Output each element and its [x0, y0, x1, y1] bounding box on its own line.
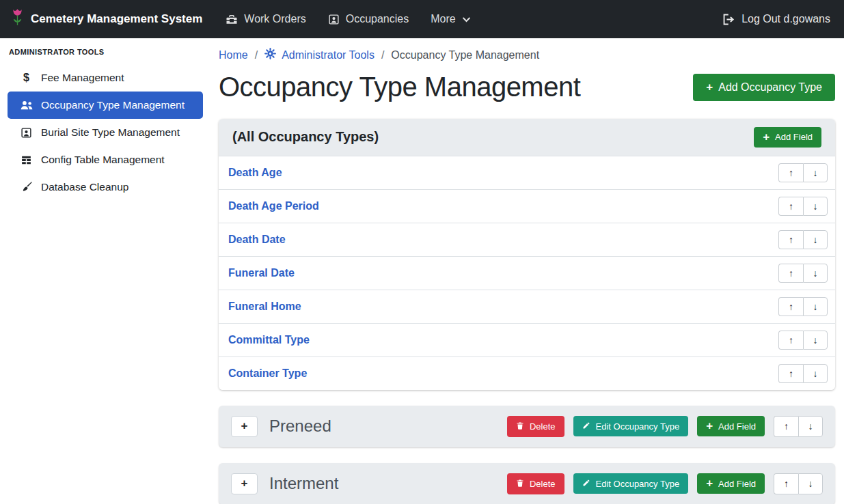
main-content: Home / Administrator Tools / Occupancy T…: [210, 38, 844, 504]
sidebar-item-label: Fee Management: [41, 72, 124, 84]
card-title: (All Occupancy Types): [232, 129, 379, 145]
field-link[interactable]: Committal Type: [228, 334, 310, 346]
reorder-controls: ↑ ↓: [778, 331, 828, 350]
gear-icon: [264, 48, 276, 62]
up-arrow-icon: ↑: [784, 421, 789, 432]
add-occupancy-type-button[interactable]: + Add Occupancy Type: [693, 74, 835, 101]
nav-more-label: More: [431, 13, 455, 25]
broom-icon: [19, 181, 33, 193]
sidebar-item-occupancy-type-management[interactable]: Occupancy Type Management: [8, 92, 203, 119]
reorder-controls: ↑ ↓: [778, 264, 828, 283]
sidebar-item-label: Database Cleanup: [41, 181, 128, 193]
move-down-button[interactable]: ↓: [798, 473, 823, 494]
sidebar-item-config-table-management[interactable]: Config Table Management: [8, 146, 203, 173]
up-arrow-icon: ↑: [784, 478, 789, 489]
move-up-button[interactable]: ↑: [778, 163, 803, 182]
breadcrumb-separator: /: [255, 49, 258, 61]
move-down-button[interactable]: ↓: [803, 331, 828, 350]
up-arrow-icon: ↑: [789, 201, 793, 212]
field-row: Container Type ↑ ↓: [219, 356, 835, 390]
occupancy-type-section-interment: + Interment Delete Edit Occupancy Type +…: [219, 463, 835, 504]
expand-button[interactable]: +: [231, 473, 258, 494]
delete-label: Delete: [530, 422, 556, 431]
app-brand[interactable]: Cemetery Management System: [11, 8, 202, 30]
plus-icon: +: [241, 477, 248, 490]
down-arrow-icon: ↓: [813, 335, 818, 346]
field-row: Funeral Home ↑ ↓: [219, 290, 835, 323]
edit-label: Edit Occupancy Type: [596, 479, 680, 488]
nav-occupancies-label: Occupancies: [346, 13, 409, 25]
field-link[interactable]: Death Age: [228, 167, 282, 179]
down-arrow-icon: ↓: [813, 268, 818, 279]
plus-icon: +: [763, 132, 770, 142]
field-link[interactable]: Death Age Period: [228, 200, 319, 212]
app-title: Cemetery Management System: [31, 12, 202, 26]
move-down-button[interactable]: ↓: [803, 297, 828, 316]
pencil-icon: [582, 479, 590, 488]
person-booth-icon: [328, 14, 340, 25]
admin-tools-sidebar: ADMINISTRATOR TOOLS $ Fee Management Occ…: [0, 38, 210, 504]
trash-icon: [516, 421, 524, 432]
sidebar-item-database-cleanup[interactable]: Database Cleanup: [8, 173, 203, 201]
plus-icon: +: [706, 421, 713, 431]
chevron-down-icon: [462, 15, 471, 24]
logout-link[interactable]: Log Out d.gowans: [722, 13, 830, 25]
field-link[interactable]: Death Date: [228, 234, 286, 246]
field-row: Death Date ↑ ↓: [219, 223, 835, 256]
move-up-button[interactable]: ↑: [774, 473, 798, 494]
move-up-button[interactable]: ↑: [778, 264, 803, 283]
nav-occupancies[interactable]: Occupancies: [328, 13, 409, 25]
move-up-button[interactable]: ↑: [778, 297, 803, 316]
section-title: Preneed: [269, 417, 331, 436]
move-down-button[interactable]: ↓: [803, 364, 828, 383]
breadcrumb-admin-tools-link[interactable]: Administrator Tools: [264, 48, 375, 62]
reorder-controls: ↑ ↓: [774, 416, 823, 437]
sidebar-item-fee-management[interactable]: $ Fee Management: [8, 64, 203, 92]
move-down-button[interactable]: ↓: [803, 230, 828, 249]
reorder-controls: ↑ ↓: [778, 364, 828, 383]
down-arrow-icon: ↓: [813, 167, 818, 178]
page-title: Occupancy Type Management: [219, 72, 580, 102]
plus-icon: +: [706, 479, 713, 488]
move-up-button[interactable]: ↑: [778, 230, 803, 249]
nav-work-orders-label: Work Orders: [244, 13, 305, 25]
nav-more[interactable]: More: [431, 13, 470, 25]
pencil-icon: [582, 421, 590, 431]
breadcrumb-home-link[interactable]: Home: [219, 49, 248, 61]
nav-work-orders[interactable]: Work Orders: [226, 13, 305, 25]
occupancy-type-section-preneed: + Preneed Delete Edit Occupancy Type + A…: [219, 406, 835, 447]
edit-occupancy-type-button[interactable]: Edit Occupancy Type: [573, 473, 689, 494]
add-occupancy-type-label: Add Occupancy Type: [718, 82, 822, 93]
up-arrow-icon: ↑: [789, 234, 793, 245]
move-up-button[interactable]: ↑: [778, 331, 803, 350]
up-arrow-icon: ↑: [789, 167, 793, 178]
move-down-button[interactable]: ↓: [803, 163, 828, 182]
field-link[interactable]: Funeral Home: [228, 300, 301, 313]
delete-label: Delete: [530, 479, 556, 488]
add-field-button[interactable]: + Add Field: [697, 416, 765, 436]
move-up-button[interactable]: ↑: [774, 416, 798, 437]
breadcrumb-separator: /: [381, 49, 384, 61]
expand-button[interactable]: +: [231, 416, 258, 437]
delete-button[interactable]: Delete: [507, 473, 564, 494]
move-down-button[interactable]: ↓: [803, 197, 828, 216]
add-field-button[interactable]: + Add Field: [754, 127, 821, 148]
field-link[interactable]: Funeral Date: [228, 267, 295, 279]
delete-button[interactable]: Delete: [507, 416, 564, 437]
reorder-controls: ↑ ↓: [774, 473, 823, 494]
sidebar-item-burial-site-type-management[interactable]: Burial Site Type Management: [8, 119, 203, 146]
move-up-button[interactable]: ↑: [778, 364, 803, 383]
add-field-button[interactable]: + Add Field: [697, 473, 765, 494]
edit-occupancy-type-button[interactable]: Edit Occupancy Type: [573, 416, 689, 436]
down-arrow-icon: ↓: [813, 301, 818, 312]
move-down-button[interactable]: ↓: [798, 416, 823, 437]
reorder-controls: ↑ ↓: [778, 163, 828, 182]
field-link[interactable]: Container Type: [228, 367, 307, 380]
move-up-button[interactable]: ↑: [778, 197, 803, 216]
down-arrow-icon: ↓: [813, 201, 818, 212]
up-arrow-icon: ↑: [789, 335, 793, 346]
field-row: Death Age Period ↑ ↓: [219, 189, 835, 223]
sidebar-heading: ADMINISTRATOR TOOLS: [0, 42, 210, 64]
dollar-icon: $: [19, 72, 33, 84]
move-down-button[interactable]: ↓: [803, 264, 828, 283]
